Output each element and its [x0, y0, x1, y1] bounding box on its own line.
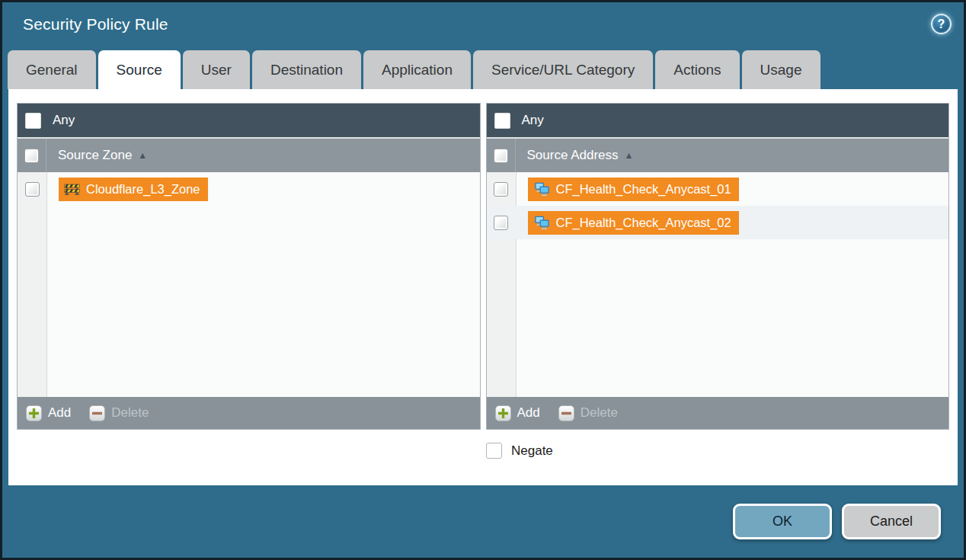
object-chip[interactable]: CF_Health_Check_Anycast_01 — [528, 178, 739, 201]
list-item: Cloudflare_L3_Zone — [18, 172, 480, 206]
item-list: Cloudflare_L3_Zone — [18, 172, 480, 397]
negate-checkbox[interactable] — [486, 443, 502, 459]
any-header: Any — [18, 104, 480, 137]
any-checkbox[interactable] — [494, 113, 510, 129]
tab-application[interactable]: Application — [363, 50, 471, 89]
security-policy-rule-dialog: Security Policy Rule ? GeneralSourceUser… — [0, 0, 966, 560]
address-icon — [533, 216, 550, 230]
tab-label: General — [26, 62, 78, 78]
tab-label: Usage — [760, 62, 802, 78]
delete-button[interactable]: Delete — [89, 405, 149, 421]
object-label: CF_Health_Check_Anycast_01 — [556, 182, 731, 197]
column-header-label: Source Address — [527, 148, 619, 163]
list-item: CF_Health_Check_Anycast_01 — [487, 172, 949, 206]
panel-toolbar: Add Delete — [487, 397, 949, 429]
item-checkbox[interactable] — [494, 182, 508, 197]
ok-button[interactable]: OK — [733, 504, 832, 539]
panel-toolbar: Add Delete — [18, 397, 480, 429]
object-chip[interactable]: Cloudflare_L3_Zone — [59, 178, 208, 201]
dialog-footer: OK Cancel — [2, 485, 964, 558]
tab-usage[interactable]: Usage — [742, 50, 820, 89]
add-button[interactable]: Add — [495, 405, 540, 421]
select-all-checkbox[interactable] — [494, 149, 508, 163]
plus-icon — [26, 405, 42, 421]
object-label: Cloudflare_L3_Zone — [86, 182, 200, 197]
minus-icon — [558, 405, 574, 421]
address-icon — [533, 182, 550, 197]
tab-label: Application — [382, 62, 453, 78]
column-header[interactable]: Source Address ▲ — [487, 137, 949, 172]
tab-label: User — [201, 62, 232, 78]
item-checkbox[interactable] — [494, 216, 508, 230]
title-bar: Security Policy Rule ? — [2, 2, 964, 46]
item-list: CF_Health_Check_Anycast_01 — [487, 172, 949, 397]
help-icon[interactable]: ? — [931, 14, 952, 34]
list-item: CF_Health_Check_Anycast_02 — [487, 206, 949, 239]
panels-row: Any Source Zone ▲ — [17, 103, 949, 430]
tab-label: Destination — [270, 62, 343, 78]
tab-general[interactable]: General — [8, 50, 96, 89]
dialog-title: Security Policy Rule — [23, 15, 931, 34]
negate-row: Negate — [486, 443, 949, 459]
tab-bar: GeneralSourceUserDestinationApplicationS… — [2, 46, 964, 89]
item-checkbox[interactable] — [25, 182, 40, 197]
tab-actions[interactable]: Actions — [655, 50, 739, 89]
any-label: Any — [522, 113, 544, 128]
tab-label: Source — [117, 62, 162, 78]
tab-label: Actions — [673, 62, 721, 78]
cancel-button[interactable]: Cancel — [842, 504, 941, 539]
select-all-checkbox[interactable] — [24, 149, 39, 163]
any-header: Any — [487, 104, 949, 137]
tab-source[interactable]: Source — [98, 50, 181, 89]
dialog-content: Any Source Zone ▲ — [8, 89, 958, 485]
tab-service-url-category[interactable]: Service/URL Category — [473, 50, 653, 89]
object-label: CF_Health_Check_Anycast_02 — [556, 216, 731, 230]
any-label: Any — [53, 113, 75, 128]
column-header[interactable]: Source Zone ▲ — [18, 137, 480, 172]
sort-ascending-icon: ▲ — [138, 150, 147, 161]
tab-user[interactable]: User — [183, 50, 250, 89]
delete-button[interactable]: Delete — [558, 405, 618, 421]
column-header-label: Source Zone — [58, 148, 132, 163]
any-checkbox[interactable] — [25, 113, 41, 129]
tab-label: Service/URL Category — [491, 62, 635, 78]
negate-label: Negate — [511, 443, 553, 459]
zone-icon — [64, 182, 80, 196]
plus-icon — [495, 405, 511, 421]
minus-icon — [89, 405, 105, 421]
add-button[interactable]: Add — [26, 405, 71, 421]
source-address-panel: Any Source Address ▲ — [486, 103, 950, 430]
sort-ascending-icon: ▲ — [625, 150, 634, 161]
tab-destination[interactable]: Destination — [252, 50, 361, 89]
source-zone-panel: Any Source Zone ▲ — [17, 103, 481, 430]
object-chip[interactable]: CF_Health_Check_Anycast_02 — [528, 211, 739, 235]
